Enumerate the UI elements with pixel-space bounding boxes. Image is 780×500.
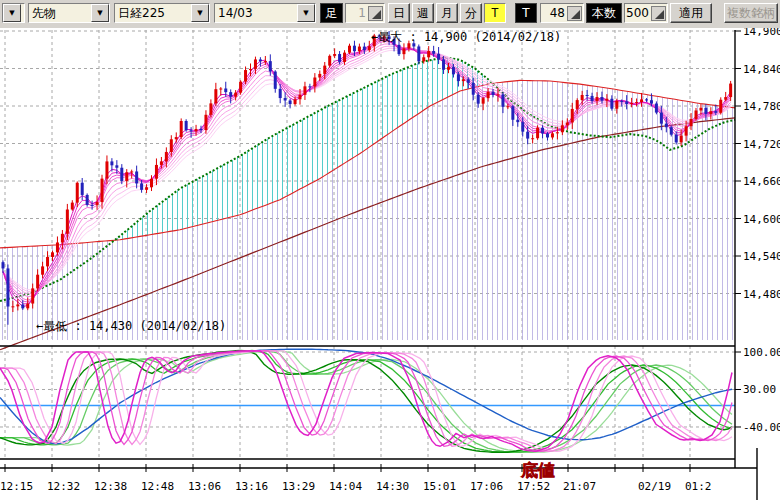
chevron-down-icon[interactable]: ▼	[3, 4, 21, 22]
bottom-price-annotation: 底値	[520, 460, 555, 480]
svg-text:17:06: 17:06	[470, 480, 503, 493]
max-price-annotation: ←最大 : 14,900 (2014/02/18)	[371, 30, 561, 44]
svg-text:01:2: 01:2	[685, 480, 712, 493]
toolbar: ▼ 先物 ▼ 日経225 ▼ 14/03 ▼ 足 1 日 週 月 分 T T 4…	[0, 0, 780, 29]
period-day-button[interactable]: 日	[388, 3, 410, 23]
chevron-down-icon[interactable]: ▼	[91, 4, 109, 22]
trading-chart-app: ▼ 先物 ▼ 日経225 ▼ 14/03 ▼ 足 1 日 週 月 分 T T 4…	[0, 0, 780, 500]
svg-text:15:01: 15:01	[423, 480, 456, 493]
tick-toggle-button[interactable]: T	[484, 3, 506, 23]
t-count-value: 48	[541, 5, 566, 21]
period-month-button[interactable]: 月	[436, 3, 458, 23]
chevron-down-icon[interactable]: ▼	[191, 4, 209, 22]
chevron-down-icon[interactable]: ▼	[297, 4, 315, 22]
svg-text:14,660: 14,660	[743, 175, 780, 188]
svg-text:12:48: 12:48	[141, 480, 174, 493]
svg-text:100.00: 100.00	[743, 346, 780, 359]
svg-text:14,600: 14,600	[743, 213, 780, 226]
bar-type-label: 足	[320, 3, 343, 23]
symbol-combo[interactable]: 日経225 ▼	[114, 3, 210, 23]
svg-text:14,780: 14,780	[743, 100, 780, 113]
oscillator-lines	[0, 349, 735, 452]
symbol-combo-value: 日経225	[115, 4, 191, 22]
svg-text:14,540: 14,540	[743, 250, 780, 263]
spinner-icon[interactable]	[567, 6, 582, 21]
category-combo-value: 先物	[29, 4, 91, 22]
svg-text:13:06: 13:06	[188, 480, 221, 493]
svg-text:12:38: 12:38	[94, 480, 127, 493]
svg-text:12:32: 12:32	[47, 480, 80, 493]
svg-text:14,480: 14,480	[743, 288, 780, 301]
svg-text:-40.00: -40.00	[743, 421, 780, 434]
spinner-icon[interactable]	[651, 6, 666, 21]
category-combo[interactable]: 先物 ▼	[28, 3, 110, 23]
min-price-annotation: ←最低 : 14,430 (2014/02/18)	[36, 319, 226, 333]
bar-count-input[interactable]: 500	[624, 3, 668, 23]
t-count-label: T	[515, 3, 537, 23]
interval-input[interactable]: 1	[345, 3, 385, 23]
svg-text:13:29: 13:29	[282, 480, 315, 493]
svg-text:14:04: 14:04	[329, 480, 362, 493]
contract-month-combo[interactable]: 14/03 ▼	[214, 3, 316, 23]
multi-symbol-button[interactable]: 複数銘柄	[724, 3, 778, 23]
svg-text:02/19: 02/19	[638, 480, 671, 493]
svg-text:12:15: 12:15	[0, 480, 33, 493]
ma-band-fills	[0, 57, 735, 340]
svg-text:17:52: 17:52	[517, 480, 550, 493]
svg-text:21:07: 21:07	[563, 480, 596, 493]
t-count-input[interactable]: 48	[540, 3, 584, 23]
period-minute-button[interactable]: 分	[460, 3, 482, 23]
bar-count-value: 500	[625, 5, 650, 21]
period-week-button[interactable]: 週	[412, 3, 434, 23]
contract-combo-value: 14/03	[215, 4, 297, 22]
svg-text:13:16: 13:16	[235, 480, 268, 493]
chart-canvas[interactable]: 14,90014,84014,78014,72014,66014,60014,5…	[0, 28, 780, 500]
svg-text:14,720: 14,720	[743, 138, 780, 151]
svg-text:14,840: 14,840	[743, 63, 780, 76]
left-mini-combo[interactable]: ▼	[2, 3, 25, 23]
chart-area[interactable]: 14,90014,84014,78014,72014,66014,60014,5…	[0, 28, 780, 500]
apply-button[interactable]: 適用	[670, 3, 712, 23]
bar-count-label: 本数	[586, 3, 622, 23]
spinner-icon[interactable]	[368, 6, 383, 21]
svg-text:14:30: 14:30	[376, 480, 409, 493]
interval-value: 1	[346, 5, 367, 21]
svg-text:14,900: 14,900	[743, 28, 780, 38]
svg-text:30.00: 30.00	[743, 383, 776, 396]
